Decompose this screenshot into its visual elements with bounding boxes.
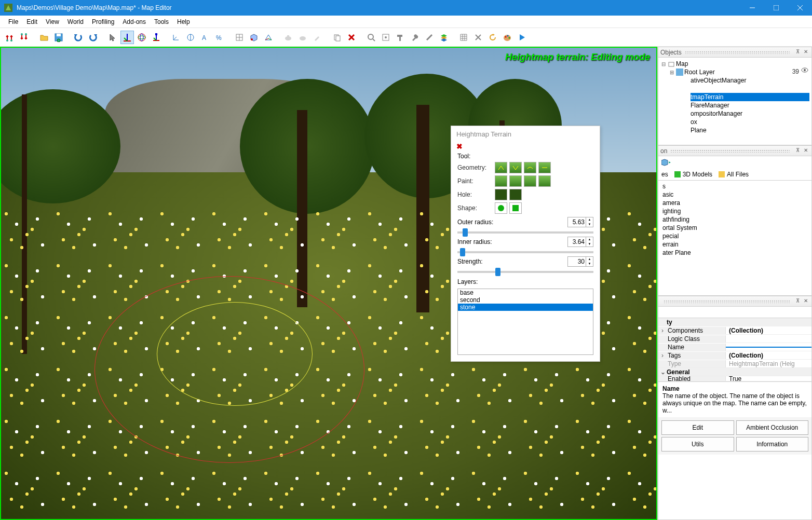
pin-icon[interactable]: ⊼ [794,147,801,155]
prop-enabled-name[interactable]: Enabled [658,376,726,381]
cc-item-1[interactable]: asic [662,191,807,199]
snap-grid-icon[interactable] [233,31,246,44]
menu-profiling[interactable]: Profiling [88,17,118,27]
undo-icon[interactable] [72,31,85,44]
visibility-eye-icon[interactable] [801,67,808,73]
menu-edit[interactable]: Edit [22,17,42,27]
cc-item-2[interactable]: amera [662,199,807,208]
wrench-icon[interactable] [408,31,422,44]
snap-pyramid-icon[interactable] [262,31,275,44]
prop-tags-name[interactable]: Tags [668,352,681,359]
layer-item-second[interactable]: second [458,296,593,304]
cc-category-list[interactable]: s asic amera ighting athfinding ortal Sy… [658,181,811,259]
redo-icon[interactable] [86,31,100,44]
paint-1-button[interactable] [495,175,507,187]
teapot2-icon[interactable] [296,31,309,44]
objects-tree[interactable]: ⊟Map ⊞Root Layer 39 ativeObjectManager t… [658,58,811,136]
paint-4-button[interactable] [538,175,551,187]
tree-node-6[interactable]: Plane [691,126,809,134]
axis-tool-2-icon[interactable] [184,31,197,44]
teapot-icon[interactable] [281,31,295,44]
outer-radius-input[interactable] [568,217,586,227]
save-icon[interactable] [52,31,65,44]
paint-2-button[interactable] [509,175,522,187]
strength-spinner[interactable]: ▲▼ [567,256,593,267]
geometry-raise-button[interactable] [495,162,507,173]
tree-node-heightmapterrain[interactable]: tmapTerrain [691,93,809,101]
close-button[interactable] [788,0,812,16]
tab-all-files[interactable]: All Files [719,171,749,178]
tool-red-arrows-2-icon[interactable] [18,31,31,44]
cc-item-5[interactable]: ortal System [662,224,807,232]
menu-addons[interactable]: Add-ons [118,17,150,27]
cc-item-6[interactable]: pecial [662,232,807,241]
percent-tool-icon[interactable]: % [213,31,226,44]
menu-tools[interactable]: Tools [150,17,173,27]
layers-listbox[interactable]: base second stone [457,289,593,355]
prop-enabled-value[interactable]: True [726,376,811,381]
layers-icon[interactable] [437,31,451,44]
pin-icon[interactable]: ⊼ [794,298,801,305]
pin-icon[interactable]: ⊼ [794,49,801,56]
tools-icon[interactable] [471,31,485,44]
focus-icon[interactable] [379,31,393,44]
tab-3d-models[interactable]: 3D Models [674,171,712,178]
terrain-panel-close-icon[interactable]: ✖ [451,142,600,153]
shape-square-button[interactable] [509,202,522,214]
hole-add-button[interactable] [495,189,507,200]
delete-icon[interactable] [345,31,358,44]
cc-item-7[interactable]: errain [662,241,807,249]
outer-radius-slider[interactable] [457,231,593,234]
information-button[interactable]: Information [736,437,809,451]
close-panel-icon[interactable]: ✕ [802,49,809,56]
screwdriver-icon[interactable] [423,31,436,44]
scale-gizmo-icon[interactable] [150,31,163,44]
move-gizmo-icon[interactable] [120,31,134,44]
tree-node-root-layer[interactable]: Root Layer [684,69,715,76]
play-icon[interactable] [515,31,529,44]
geometry-flatten-button[interactable] [538,162,551,173]
snap-cube-icon[interactable] [247,31,261,44]
tree-node-map[interactable]: Map [676,60,688,67]
cc-item-4[interactable]: athfinding [662,216,807,224]
inner-radius-input[interactable] [568,237,586,247]
cc-item-3[interactable]: ighting [662,208,807,216]
shape-circle-button[interactable] [495,202,507,214]
maximize-button[interactable] [764,0,788,16]
rotate-gizmo-icon[interactable] [135,31,148,44]
cc-item-8[interactable]: ater Plane [662,249,807,257]
close-panel-icon[interactable]: ✕ [802,298,809,305]
tree-node-0[interactable]: ativeObjectManager [691,76,809,85]
prop-group-general[interactable]: General [667,368,690,376]
prop-name-value[interactable] [726,347,811,348]
brush-icon[interactable] [310,31,324,44]
open-folder-icon[interactable] [37,31,51,44]
menu-view[interactable]: View [42,17,63,27]
tree-node-4[interactable]: ompositorManager [691,110,809,118]
menu-world[interactable]: World [63,17,88,27]
prop-components-name[interactable]: Components [668,327,703,334]
refresh-icon[interactable] [486,31,499,44]
strength-slider[interactable] [457,271,593,273]
prop-group-0[interactable]: ty [667,319,672,326]
cursor-icon[interactable] [106,31,119,44]
tab-types[interactable]: es [661,171,668,178]
geometry-lower-button[interactable] [509,162,522,173]
outer-radius-spinner[interactable]: ▲▼ [567,217,593,227]
text-tool-icon[interactable]: A [198,31,212,44]
viewport[interactable]: Heightmap terrain: Editing mode Heightma… [0,47,657,520]
paint-3-button[interactable] [524,175,536,187]
strength-input[interactable] [568,257,586,266]
inner-radius-spinner[interactable]: ▲▼ [567,237,593,247]
edit-button[interactable]: Edit [661,420,734,435]
hole-remove-button[interactable] [509,189,522,200]
magnify-icon[interactable] [364,31,378,44]
layer-item-stone[interactable]: stone [458,304,593,311]
axis-tool-1-icon[interactable] [169,31,183,44]
ambient-occlusion-button[interactable]: Ambient Occlusion [736,420,809,435]
hammer-icon[interactable] [394,31,407,44]
tree-node-3[interactable]: FlareManager [691,101,809,110]
prop-name-name[interactable]: Name [658,344,726,351]
minimize-button[interactable] [740,0,764,16]
cube-select-icon[interactable] [661,158,672,167]
